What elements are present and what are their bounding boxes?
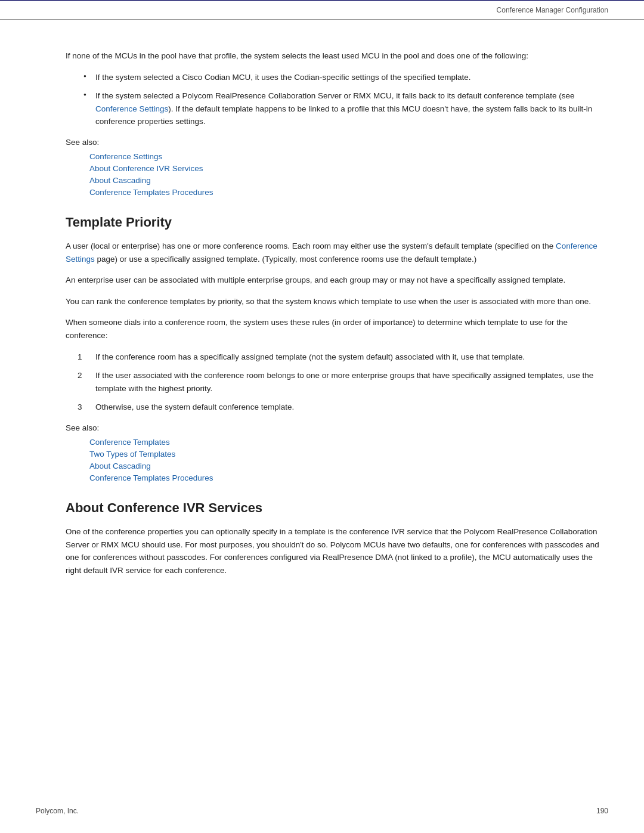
section1-para2: An enterprise user can be associated wit… xyxy=(66,274,608,287)
see-also-intro-item-2: About Conference IVR Services xyxy=(89,163,608,173)
bullet-item-2: If the system selected a Polycom RealPre… xyxy=(83,89,608,128)
see-also-intro-item-1: Conference Settings xyxy=(89,151,608,161)
section1-para3: You can rank the conference templates by… xyxy=(66,295,608,308)
link-two-types[interactable]: Two Types of Templates xyxy=(89,450,175,459)
link-procedures-2[interactable]: Conference Templates Procedures xyxy=(89,473,213,482)
link-conference-settings-intro[interactable]: Conference Settings xyxy=(95,104,168,113)
header-title: Conference Manager Configuration xyxy=(497,6,608,14)
bullet-item-1: If the system selected a Cisco Codian MC… xyxy=(83,71,608,84)
link-ivr-services-1[interactable]: About Conference IVR Services xyxy=(89,164,203,173)
see-also-s1-item-2: Two Types of Templates xyxy=(89,449,608,459)
intro-paragraph: If none of the MCUs in the pool have tha… xyxy=(66,49,608,63)
see-also-s1-item-1: Conference Templates xyxy=(89,437,608,447)
link-procedures-1[interactable]: Conference Templates Procedures xyxy=(89,188,213,197)
intro-bullet-list: If the system selected a Cisco Codian MC… xyxy=(83,71,608,128)
ordered-item-1: 1 If the conference room has a specifica… xyxy=(83,351,608,364)
link-cascading-2[interactable]: About Cascading xyxy=(89,462,151,470)
header-bar: Conference Manager Configuration xyxy=(0,0,644,19)
section2-para1: One of the conference properties you can… xyxy=(66,525,608,577)
see-also-section1-label: See also: xyxy=(66,423,608,432)
link-cascading-1[interactable]: About Cascading xyxy=(89,176,151,185)
section1-para4: When someone dials into a conference roo… xyxy=(66,316,608,342)
see-also-intro-item-3: About Cascading xyxy=(89,175,608,185)
see-also-s1-item-3: About Cascading xyxy=(89,461,608,470)
see-also-intro-list: Conference Settings About Conference IVR… xyxy=(89,151,608,197)
see-also-intro-label: See also: xyxy=(66,138,608,147)
header-divider xyxy=(0,19,644,20)
footer-page-number: 190 xyxy=(596,807,608,815)
ordered-item-3: 3 Otherwise, use the system default conf… xyxy=(83,401,608,414)
link-conference-settings-1[interactable]: Conference Settings xyxy=(89,152,162,161)
content-area: If none of the MCUs in the pool have tha… xyxy=(0,32,644,621)
page-container: Conference Manager Configuration If none… xyxy=(0,0,644,833)
see-also-intro-item-4: Conference Templates Procedures xyxy=(89,187,608,197)
see-also-s1-item-4: Conference Templates Procedures xyxy=(89,473,608,482)
link-conference-settings-2[interactable]: Conference Settings xyxy=(66,241,597,264)
section2-heading: About Conference IVR Services xyxy=(66,500,608,516)
link-conference-templates[interactable]: Conference Templates xyxy=(89,438,170,447)
see-also-section1-list: Conference Templates Two Types of Templa… xyxy=(89,437,608,482)
ordered-list: 1 If the conference room has a specifica… xyxy=(83,351,608,414)
section1-para1: A user (local or enterprise) has one or … xyxy=(66,240,608,265)
footer-company: Polycom, Inc. xyxy=(36,807,79,815)
section1-heading: Template Priority xyxy=(66,215,608,230)
footer: Polycom, Inc. 190 xyxy=(0,807,644,815)
ordered-item-2: 2 If the user associated with the confer… xyxy=(83,369,608,395)
